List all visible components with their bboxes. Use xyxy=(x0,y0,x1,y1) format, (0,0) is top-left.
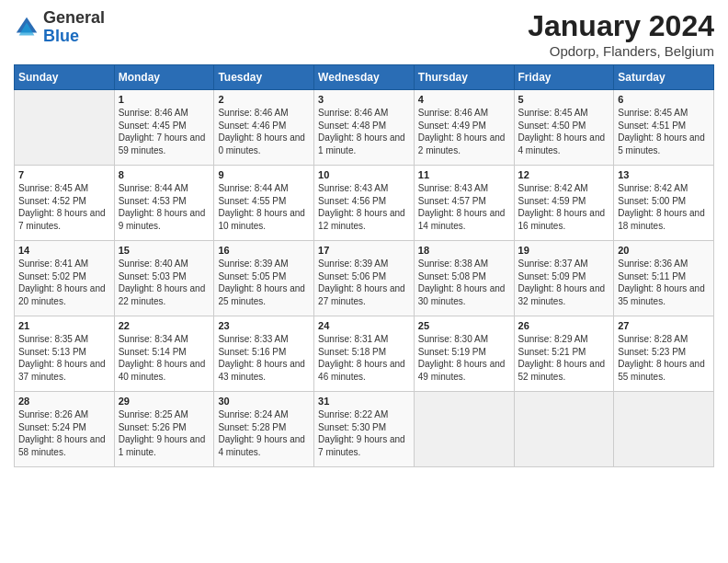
calendar-table: Sunday Monday Tuesday Wednesday Thursday… xyxy=(14,64,714,467)
table-row: 30Sunrise: 8:24 AM Sunset: 5:28 PM Dayli… xyxy=(214,392,314,467)
day-info: Sunrise: 8:26 AM Sunset: 5:24 PM Dayligh… xyxy=(18,408,110,458)
day-info: Sunrise: 8:35 AM Sunset: 5:13 PM Dayligh… xyxy=(18,333,110,383)
day-info: Sunrise: 8:22 AM Sunset: 5:30 PM Dayligh… xyxy=(318,408,410,458)
day-info: Sunrise: 8:46 AM Sunset: 4:46 PM Dayligh… xyxy=(218,107,310,156)
day-info: Sunrise: 8:37 AM Sunset: 5:09 PM Dayligh… xyxy=(518,258,610,307)
table-row xyxy=(614,392,714,467)
day-number: 30 xyxy=(218,396,310,407)
table-row: 27Sunrise: 8:28 AM Sunset: 5:23 PM Dayli… xyxy=(614,316,714,392)
table-row: 12Sunrise: 8:42 AM Sunset: 4:59 PM Dayli… xyxy=(514,166,614,241)
day-number: 17 xyxy=(318,245,410,256)
day-number: 27 xyxy=(618,320,710,331)
table-row: 19Sunrise: 8:37 AM Sunset: 5:09 PM Dayli… xyxy=(514,241,614,316)
table-row: 3Sunrise: 8:46 AM Sunset: 4:48 PM Daylig… xyxy=(314,90,415,166)
day-number: 29 xyxy=(119,396,210,407)
table-row: 6Sunrise: 8:45 AM Sunset: 4:51 PM Daylig… xyxy=(614,90,714,166)
table-row: 13Sunrise: 8:42 AM Sunset: 5:00 PM Dayli… xyxy=(614,166,714,241)
header-row: Sunday Monday Tuesday Wednesday Thursday… xyxy=(15,65,714,90)
col-tuesday: Tuesday xyxy=(214,65,314,90)
day-info: Sunrise: 8:38 AM Sunset: 5:08 PM Dayligh… xyxy=(418,258,510,307)
day-info: Sunrise: 8:46 AM Sunset: 4:48 PM Dayligh… xyxy=(318,107,410,156)
table-row: 8Sunrise: 8:44 AM Sunset: 4:53 PM Daylig… xyxy=(114,166,214,241)
table-row xyxy=(15,90,115,166)
day-number: 12 xyxy=(518,169,610,180)
table-row: 10Sunrise: 8:43 AM Sunset: 4:56 PM Dayli… xyxy=(314,166,415,241)
table-row: 25Sunrise: 8:30 AM Sunset: 5:19 PM Dayli… xyxy=(414,316,514,392)
day-info: Sunrise: 8:45 AM Sunset: 4:52 PM Dayligh… xyxy=(18,182,110,232)
day-info: Sunrise: 8:31 AM Sunset: 5:18 PM Dayligh… xyxy=(318,333,410,383)
day-info: Sunrise: 8:41 AM Sunset: 5:02 PM Dayligh… xyxy=(18,258,110,307)
logo-icon xyxy=(14,15,40,40)
col-thursday: Thursday xyxy=(414,65,514,90)
col-monday: Monday xyxy=(114,65,214,90)
day-number: 15 xyxy=(119,245,210,256)
calendar-title: January 2024 xyxy=(528,9,714,43)
day-number: 9 xyxy=(218,169,310,180)
table-row: 24Sunrise: 8:31 AM Sunset: 5:18 PM Dayli… xyxy=(314,316,415,392)
day-number: 4 xyxy=(418,94,510,105)
day-info: Sunrise: 8:34 AM Sunset: 5:14 PM Dayligh… xyxy=(119,333,210,383)
calendar-week-4: 28Sunrise: 8:26 AM Sunset: 5:24 PM Dayli… xyxy=(15,392,714,467)
day-number: 22 xyxy=(119,320,210,331)
day-number: 21 xyxy=(18,320,110,331)
day-info: Sunrise: 8:43 AM Sunset: 4:56 PM Dayligh… xyxy=(318,182,410,232)
day-number: 1 xyxy=(119,94,210,105)
day-info: Sunrise: 8:28 AM Sunset: 5:23 PM Dayligh… xyxy=(618,333,710,383)
col-friday: Friday xyxy=(514,65,614,90)
day-info: Sunrise: 8:45 AM Sunset: 4:51 PM Dayligh… xyxy=(618,107,710,156)
day-number: 5 xyxy=(518,94,610,105)
day-number: 26 xyxy=(518,320,610,331)
table-row xyxy=(414,392,514,467)
day-info: Sunrise: 8:36 AM Sunset: 5:11 PM Dayligh… xyxy=(618,258,710,307)
day-number: 23 xyxy=(218,320,310,331)
day-info: Sunrise: 8:30 AM Sunset: 5:19 PM Dayligh… xyxy=(418,333,510,383)
day-number: 10 xyxy=(318,169,410,180)
day-info: Sunrise: 8:29 AM Sunset: 5:21 PM Dayligh… xyxy=(518,333,610,383)
logo-text: General Blue xyxy=(43,9,105,46)
day-info: Sunrise: 8:42 AM Sunset: 5:00 PM Dayligh… xyxy=(618,182,710,232)
table-row: 14Sunrise: 8:41 AM Sunset: 5:02 PM Dayli… xyxy=(15,241,115,316)
day-info: Sunrise: 8:44 AM Sunset: 4:55 PM Dayligh… xyxy=(218,182,310,232)
day-number: 13 xyxy=(618,169,710,180)
day-info: Sunrise: 8:33 AM Sunset: 5:16 PM Dayligh… xyxy=(218,333,310,383)
table-row: 17Sunrise: 8:39 AM Sunset: 5:06 PM Dayli… xyxy=(314,241,415,316)
table-row: 7Sunrise: 8:45 AM Sunset: 4:52 PM Daylig… xyxy=(15,166,115,241)
table-row: 4Sunrise: 8:46 AM Sunset: 4:49 PM Daylig… xyxy=(414,90,514,166)
page-container: General Blue January 2024 Opdorp, Flande… xyxy=(0,0,728,477)
day-info: Sunrise: 8:24 AM Sunset: 5:28 PM Dayligh… xyxy=(218,408,310,458)
day-number: 24 xyxy=(318,320,410,331)
col-sunday: Sunday xyxy=(15,65,115,90)
table-row: 15Sunrise: 8:40 AM Sunset: 5:03 PM Dayli… xyxy=(114,241,214,316)
table-row: 29Sunrise: 8:25 AM Sunset: 5:26 PM Dayli… xyxy=(114,392,214,467)
table-row: 20Sunrise: 8:36 AM Sunset: 5:11 PM Dayli… xyxy=(614,241,714,316)
day-info: Sunrise: 8:42 AM Sunset: 4:59 PM Dayligh… xyxy=(518,182,610,232)
day-number: 6 xyxy=(618,94,710,105)
day-info: Sunrise: 8:44 AM Sunset: 4:53 PM Dayligh… xyxy=(119,182,210,232)
logo-general: General xyxy=(43,8,105,27)
table-row: 1Sunrise: 8:46 AM Sunset: 4:45 PM Daylig… xyxy=(114,90,214,166)
day-number: 16 xyxy=(218,245,310,256)
day-number: 7 xyxy=(18,169,110,180)
table-row: 21Sunrise: 8:35 AM Sunset: 5:13 PM Dayli… xyxy=(15,316,115,392)
logo: General Blue xyxy=(14,9,105,46)
table-row: 5Sunrise: 8:45 AM Sunset: 4:50 PM Daylig… xyxy=(514,90,614,166)
day-info: Sunrise: 8:46 AM Sunset: 4:49 PM Dayligh… xyxy=(418,107,510,156)
day-number: 11 xyxy=(418,169,510,180)
day-info: Sunrise: 8:39 AM Sunset: 5:05 PM Dayligh… xyxy=(218,258,310,307)
day-info: Sunrise: 8:39 AM Sunset: 5:06 PM Dayligh… xyxy=(318,258,410,307)
day-number: 3 xyxy=(318,94,410,105)
col-saturday: Saturday xyxy=(614,65,714,90)
table-row: 9Sunrise: 8:44 AM Sunset: 4:55 PM Daylig… xyxy=(214,166,314,241)
day-number: 18 xyxy=(418,245,510,256)
day-number: 28 xyxy=(18,396,110,407)
day-number: 14 xyxy=(18,245,110,256)
day-number: 2 xyxy=(218,94,310,105)
table-row: 28Sunrise: 8:26 AM Sunset: 5:24 PM Dayli… xyxy=(15,392,115,467)
day-number: 31 xyxy=(318,396,410,407)
calendar-week-3: 21Sunrise: 8:35 AM Sunset: 5:13 PM Dayli… xyxy=(15,316,714,392)
table-row xyxy=(514,392,614,467)
day-info: Sunrise: 8:45 AM Sunset: 4:50 PM Dayligh… xyxy=(518,107,610,156)
col-wednesday: Wednesday xyxy=(314,65,415,90)
table-row: 18Sunrise: 8:38 AM Sunset: 5:08 PM Dayli… xyxy=(414,241,514,316)
table-row: 16Sunrise: 8:39 AM Sunset: 5:05 PM Dayli… xyxy=(214,241,314,316)
